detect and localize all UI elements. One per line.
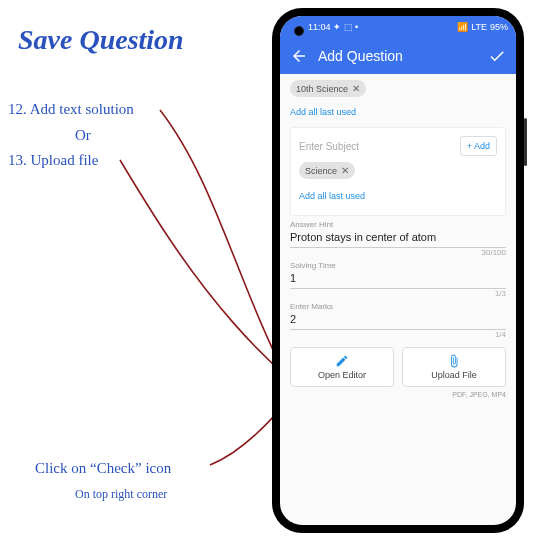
vibrate-icon: 📶 [457, 22, 468, 32]
add-subject-button[interactable]: + Add [460, 136, 497, 156]
page-title: Add Question [318, 48, 478, 64]
add-all-link-1[interactable]: Add all last used [290, 101, 506, 123]
annotation-title: Save Question [18, 24, 184, 56]
field-label: Enter Marks [290, 302, 506, 311]
upload-hint: PDF, JPEG, MP4 [290, 391, 506, 398]
chip-label: 10th Science [296, 84, 348, 94]
char-counter: 30/100 [290, 248, 506, 257]
marks-field: Enter Marks 2 1/4 [290, 302, 506, 339]
char-counter: 1/3 [290, 289, 506, 298]
camera-hole [294, 26, 304, 36]
marks-input[interactable]: 2 [290, 311, 506, 330]
open-editor-button[interactable]: Open Editor [290, 347, 394, 387]
phone-screen: 11:04 ✦ ⬚ • 📶 LTE 95% Add Question 10th … [280, 16, 516, 525]
content-area: 10th Science ✕ Add all last used Enter S… [280, 74, 516, 525]
annotation-step-12: 12. Add text solution [8, 101, 134, 118]
attachment-icon [447, 354, 461, 368]
pencil-icon [335, 354, 349, 368]
annotation-check-sub: On top right corner [75, 487, 167, 502]
annotation-step-13: 13. Upload file [8, 152, 98, 169]
field-label: Answer Hint [290, 220, 506, 229]
status-bar: 11:04 ✦ ⬚ • 📶 LTE 95% [280, 16, 516, 38]
char-counter: 1/4 [290, 330, 506, 339]
answer-hint-field: Answer Hint Proton stays in center of at… [290, 220, 506, 257]
close-icon[interactable]: ✕ [341, 165, 349, 176]
annotation-or: Or [75, 127, 91, 144]
back-icon[interactable] [290, 47, 308, 65]
solving-time-input[interactable]: 1 [290, 270, 506, 289]
close-icon[interactable]: ✕ [352, 83, 360, 94]
phone-side-button [524, 118, 527, 166]
chip-label: Science [305, 166, 337, 176]
subject-card: Enter Subject + Add Science ✕ Add all la… [290, 127, 506, 216]
solving-time-field: Solving Time 1 1/3 [290, 261, 506, 298]
phone-frame: 11:04 ✦ ⬚ • 📶 LTE 95% Add Question 10th … [272, 8, 524, 533]
action-row: Open Editor Upload File [290, 347, 506, 387]
subject-chip[interactable]: Science ✕ [299, 162, 355, 179]
network-icon: LTE [471, 22, 487, 32]
field-label: Solving Time [290, 261, 506, 270]
check-icon[interactable] [488, 47, 506, 65]
annotation-check: Click on “Check” icon [35, 460, 171, 477]
upload-file-button[interactable]: Upload File [402, 347, 506, 387]
status-icons: 📶 LTE 95% [457, 22, 508, 32]
battery-text: 95% [490, 22, 508, 32]
add-all-link-2[interactable]: Add all last used [299, 185, 497, 207]
button-label: Open Editor [318, 370, 366, 380]
answer-hint-input[interactable]: Proton stays in center of atom [290, 229, 506, 248]
subject-placeholder: Enter Subject [299, 141, 359, 152]
class-chip[interactable]: 10th Science ✕ [290, 80, 366, 97]
button-label: Upload File [431, 370, 477, 380]
status-time: 11:04 ✦ ⬚ • [308, 22, 358, 32]
app-bar: Add Question [280, 38, 516, 74]
